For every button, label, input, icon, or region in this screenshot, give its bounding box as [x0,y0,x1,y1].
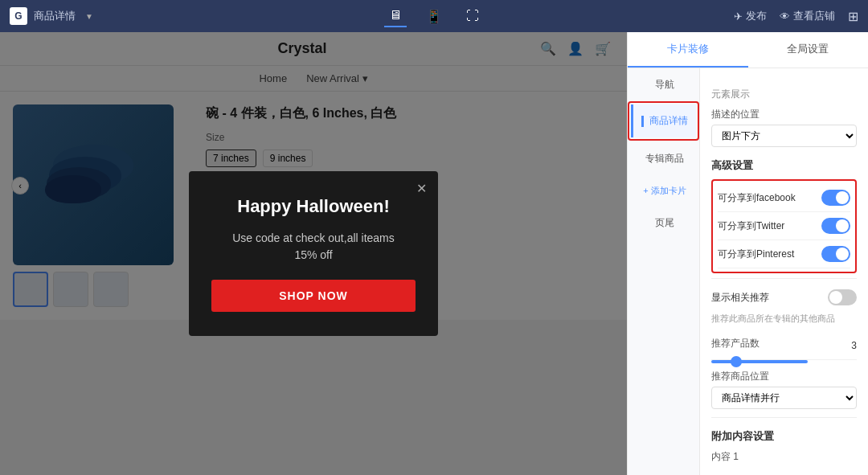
desktop-icon[interactable]: 🖥 [384,5,407,27]
sidebar-add-card-label: + 添加卡片 [643,186,686,195]
popup-description: Use code at check out,all iteams15% off [211,230,416,264]
slider-row [711,360,857,363]
toggle-facebook-switch[interactable] [821,190,850,206]
toggle-facebook-label: 可分享到facebook [718,191,796,205]
content1-label: 内容 1 [711,450,857,464]
tab-global-settings[interactable]: 全局设置 [748,32,869,68]
sidebar-col: 导航 商品详情 专辑商品 + 添加卡片 页尾 [628,68,700,475]
sidebar-item-footer[interactable]: 页尾 [628,207,699,240]
popup-close-button[interactable]: ✕ [416,181,427,196]
toggle-pinterest-switch[interactable] [821,246,850,262]
publish-button[interactable]: ✈ 发布 [734,9,767,23]
description-position-label: 描述的位置 [711,108,857,121]
toggle-pinterest: 可分享到Pinterest [718,240,850,268]
topbar-left: G 商品详情 ▼ [10,7,93,25]
topbar-title: 商品详情 [34,9,76,23]
right-panel: 卡片装修 全局设置 导航 商品详情 专辑商品 + 添加卡片 [627,32,868,475]
element-display-title: 元素展示 [711,88,857,101]
toggle-twitter-switch[interactable] [821,218,850,234]
product-count-slider[interactable] [711,360,808,363]
app-logo: G [10,7,27,25]
sidebar-item-nav[interactable]: 导航 [628,68,699,101]
topbar-arrow-icon[interactable]: ▼ [85,12,93,21]
recommend-desc: 推荐此商品所在专辑的其他商品 [711,313,857,325]
settings-col: 元素展示 描述的位置 图片下方 图片右侧 图片左侧 高级设置 可分享到faceb… [700,68,868,475]
expand-icon[interactable]: ⛶ [461,6,484,27]
preview-area: Crystal 🔍 👤 🛒 Home New Arrival ▾ ‹ [0,32,627,475]
topbar: G 商品详情 ▼ 🖥 📱 ⛶ ✈ 发布 👁 查看店铺 ⊞ [0,0,868,32]
main-content: Crystal 🔍 👤 🛒 Home New Arrival ▾ ‹ [0,32,868,475]
grid-icon[interactable]: ⊞ [848,9,858,24]
toggle-pinterest-label: 可分享到Pinterest [718,248,794,261]
topbar-device-switcher: 🖥 📱 ⛶ [384,5,484,27]
popup-box: ✕ Happy Halloween! Use code at check out… [189,171,438,336]
popup-title: Happy Halloween! [211,195,416,219]
recommend-row: 显示相关推荐 [711,284,857,311]
right-panel-tabs: 卡片装修 全局设置 [628,32,868,68]
sidebar-nav-label: 导航 [655,79,674,90]
sidebar-item-product-detail-wrapper: 商品详情 [628,101,699,141]
sidebar-product-detail-label: 商品详情 [649,115,688,126]
sidebar-item-product-detail[interactable]: 商品详情 [631,104,696,137]
description-position-select[interactable]: 图片下方 图片右侧 图片左侧 [711,125,857,147]
divider-1 [711,278,857,279]
sidebar-item-indicator [641,116,644,127]
product-count-label: 推荐产品数 [711,337,760,350]
tab-card-decoration[interactable]: 卡片装修 [628,32,748,68]
publish-label: 发布 [746,9,767,23]
eye-icon: 👁 [780,10,790,23]
view-store-label: 查看店铺 [793,9,835,23]
shop-now-button[interactable]: SHOP NOW [211,280,416,312]
toggle-twitter: 可分享到Twitter [718,212,850,240]
recommend-label: 显示相关推荐 [711,291,769,305]
logo-text: G [14,10,22,22]
divider-2 [711,417,857,418]
view-store-button[interactable]: 👁 查看店铺 [780,9,835,23]
position-select[interactable]: 商品详情并行 商品详情下方 [711,387,857,409]
sidebar-collection-label: 专辑商品 [645,153,684,164]
share-toggles-box: 可分享到facebook 可分享到Twitter 可分享到Pinterest [711,179,857,273]
mobile-icon[interactable]: 📱 [421,6,447,27]
panel-content: 导航 商品详情 专辑商品 + 添加卡片 页尾 [628,68,868,475]
toggle-twitter-label: 可分享到Twitter [718,219,784,233]
description-position-field: 描述的位置 图片下方 图片右侧 图片左侧 [711,108,857,147]
advanced-settings-title: 高级设置 [711,158,857,173]
position-label: 推荐商品位置 [711,370,857,383]
sidebar-item-add-card[interactable]: + 添加卡片 [628,175,699,207]
toggle-facebook: 可分享到facebook [718,184,850,212]
addon-content-title: 附加内容设置 [711,429,857,444]
recommend-toggle[interactable] [828,289,857,305]
sidebar-item-collection[interactable]: 专辑商品 [628,142,699,175]
position-field: 推荐商品位置 商品详情并行 商品详情下方 [711,370,857,409]
product-count-value: 3 [851,340,857,351]
topbar-right: ✈ 发布 👁 查看店铺 ⊞ [734,9,858,24]
popup-overlay: ✕ Happy Halloween! Use code at check out… [0,32,627,475]
sidebar-footer-label: 页尾 [655,217,674,228]
publish-icon: ✈ [734,10,743,23]
